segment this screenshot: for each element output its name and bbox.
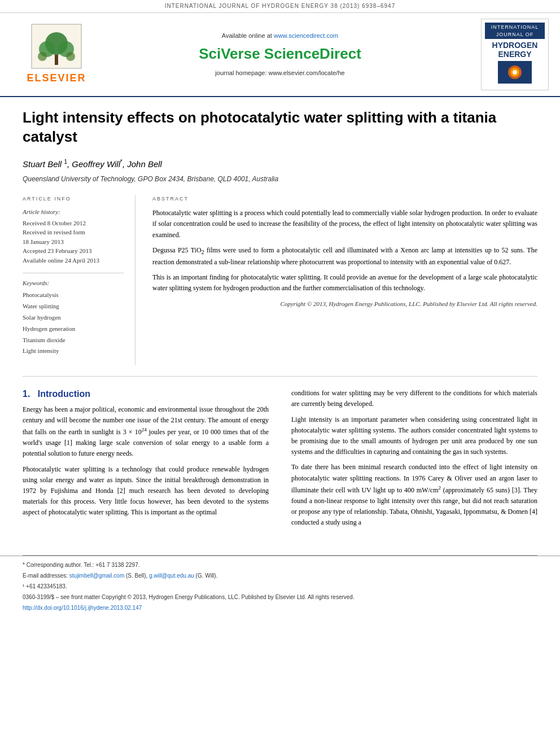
journal-logo-graphic: [498, 61, 532, 84]
article-info-column: ARTICLE INFO Article history: Received 8…: [23, 195, 135, 365]
keyword-solar-hydrogen: Solar hydrogen: [23, 312, 124, 324]
keyword-photocatalysis: Photocatalysis: [23, 290, 124, 301]
article-info-label: ARTICLE INFO: [23, 195, 124, 203]
footer-footnote1: ¹ +61 423345183.: [23, 582, 537, 591]
abstract-p2: Degussa P25 TiO2 films were used to form…: [152, 245, 537, 268]
keywords-heading: Keywords:: [23, 279, 124, 287]
copyright-text: Copyright © 2013, Hydrogen Energy Public…: [152, 300, 537, 308]
journal-logo-box: INTERNATIONAL JOURNAL OF HYDROGEN ENERGY: [481, 19, 549, 90]
keywords-block: Keywords: Photocatalysis Water splitting…: [23, 279, 124, 357]
footer-email: E-mail addresses: stujimbell@gmail.com (…: [23, 571, 537, 580]
affiliation: Queensland University of Technology, GPO…: [23, 174, 537, 184]
elsevier-logo: ELSEVIER: [11, 24, 102, 85]
received-date1: Received 8 October 2012: [23, 219, 124, 228]
abstract-label: ABSTRACT: [152, 195, 537, 203]
sciverse-logo: SciVerse ScienceDirect: [113, 43, 447, 64]
article-body: Light intensity effects on photocatalyti…: [0, 97, 560, 555]
article-history: Article history: Received 8 October 2012…: [23, 208, 124, 265]
sciencedirect-url[interactable]: www.sciencedirect.com: [274, 32, 338, 39]
accepted-date: Accepted 23 February 2013: [23, 246, 124, 256]
keyword-titanium-dioxide: Titanium dioxide: [23, 335, 124, 346]
abstract-column: ABSTRACT Photocatalytic water splitting …: [152, 195, 537, 365]
revised-label: Received in revised form: [23, 228, 124, 237]
keyword-hydrogen-generation: Hydrogen generation: [23, 324, 124, 335]
footer-corresponding: * Corresponding author. Tel.: +61 7 3138…: [23, 561, 537, 570]
doi-link[interactable]: http://dx.doi.org/10.1016/j.ijhydene.201…: [23, 605, 142, 611]
body-right-column: conditions for water splitting may be ve…: [288, 388, 537, 532]
sciverse-label: SciVerse ScienceDirect: [199, 45, 361, 62]
right-paragraph2: Light intensity is an important paramete…: [291, 414, 537, 458]
abstract-p1: Photocatalytic water splitting is a proc…: [152, 208, 537, 294]
article-title: Light intensity effects on photocatalyti…: [23, 108, 537, 147]
journal-logo-top-text: INTERNATIONAL JOURNAL OF: [485, 23, 545, 39]
header-right: INTERNATIONAL JOURNAL OF HYDROGEN ENERGY: [458, 19, 549, 90]
svg-point-11: [513, 70, 517, 75]
email-stuart[interactable]: stujimbell@gmail.com: [69, 573, 124, 579]
email-geoffrey[interactable]: g.will@qut.edu.au: [149, 573, 194, 579]
abstract-p3: This is an important finding for photoca…: [152, 272, 537, 294]
svg-rect-1: [55, 55, 58, 65]
available-date: Available online 24 April 2013: [23, 256, 124, 265]
journal-homepage-text: journal homepage: www.elsevier.com/locat…: [113, 69, 447, 77]
footer-doi: http://dx.doi.org/10.1016/j.ijhydene.201…: [23, 604, 537, 613]
journal-header-bar: INTERNATIONAL JOURNAL OF HYDROGEN ENERGY…: [0, 0, 560, 13]
footer-issn: 0360-3199/$ – see front matter Copyright…: [23, 593, 537, 602]
author-stuart: Stuart Bell 1: [23, 159, 67, 169]
keyword-light-intensity: Light intensity: [23, 346, 124, 357]
author-john: John Bell: [127, 159, 162, 169]
intro-paragraph2: Photocatalytic water splitting is a tech…: [23, 464, 269, 518]
available-online-text: Available online at www.sciencedirect.co…: [113, 32, 447, 40]
svg-point-5: [38, 52, 47, 61]
header-center: Available online at www.sciencedirect.co…: [102, 32, 458, 77]
header-main: ELSEVIER Available online at www.science…: [0, 13, 560, 97]
intro-paragraph1: Energy has been a major political, econo…: [23, 404, 269, 460]
author-geoffrey: Geoffrey Will*: [72, 159, 123, 169]
history-heading: Article history:: [23, 208, 124, 216]
authors: Stuart Bell 1, Geoffrey Will*, John Bell: [23, 158, 537, 170]
main-body: 1. Introduction Energy has been a major …: [23, 388, 537, 544]
right-paragraph3: To date there has been minimal research …: [291, 462, 537, 528]
keyword-water-splitting: Water splitting: [23, 301, 124, 312]
journal-citation: INTERNATIONAL JOURNAL OF HYDROGEN ENERGY…: [165, 3, 395, 9]
footer-area: * Corresponding author. Tel.: +61 7 3138…: [0, 556, 560, 619]
elsevier-tree-icon: [31, 24, 82, 69]
journal-logo-title: HYDROGEN ENERGY: [485, 41, 545, 59]
elsevier-logo-area: ELSEVIER: [11, 24, 102, 85]
section1-heading: 1. Introduction: [23, 388, 269, 400]
elsevier-wordmark: ELSEVIER: [27, 71, 86, 85]
svg-point-6: [66, 52, 75, 61]
received-date2: 18 January 2013: [23, 237, 124, 247]
body-left-column: 1. Introduction Energy has been a major …: [23, 388, 272, 532]
article-columns: ARTICLE INFO Article history: Received 8…: [23, 195, 537, 377]
right-paragraph1: conditions for water splitting may be ve…: [291, 388, 537, 409]
